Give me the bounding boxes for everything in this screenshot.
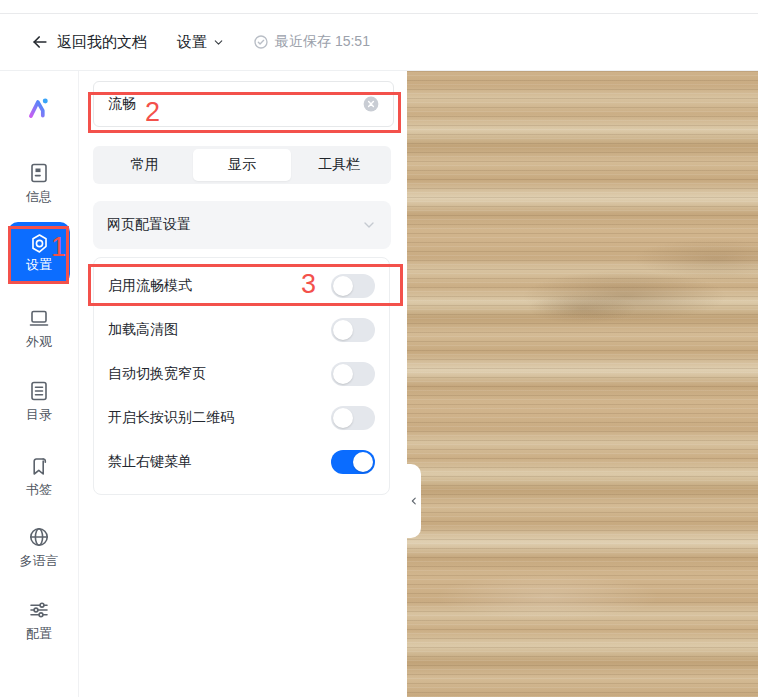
- dropdown-label: 网页配置设置: [107, 216, 191, 234]
- toggle-disable-context-menu[interactable]: [331, 450, 375, 474]
- setting-label: 启用流畅模式: [108, 277, 192, 295]
- list-icon: [27, 379, 51, 403]
- document-canvas: [407, 71, 758, 697]
- tab-common[interactable]: 常用: [96, 149, 193, 181]
- check-circle-icon: [253, 34, 269, 50]
- setting-row-qr-longpress: 开启长按识别二维码: [108, 396, 375, 440]
- window-top-gap: [0, 0, 758, 13]
- toggle-knob: [333, 276, 353, 296]
- sidebar-item-info[interactable]: 信息: [8, 161, 70, 206]
- toggle-knob: [333, 364, 353, 384]
- sidebar-item-appearance[interactable]: 外观: [8, 306, 70, 351]
- setting-row-smooth-mode: 启用流畅模式: [108, 264, 375, 308]
- globe-icon: [27, 525, 51, 549]
- setting-row-auto-page-width: 自动切换宽窄页: [108, 352, 375, 396]
- toggle-smooth-mode[interactable]: [331, 274, 375, 298]
- toggle-hd-images[interactable]: [331, 318, 375, 342]
- sidebar-item-label: 目录: [26, 406, 52, 424]
- sidebar-item-label: 信息: [26, 188, 52, 206]
- main-area: 信息 设置 外观 目录 书签: [0, 71, 758, 697]
- toggle-knob: [333, 408, 353, 428]
- save-status: 最近保存 15:51: [253, 33, 370, 51]
- tab-bar: 常用 显示 工具栏: [93, 146, 391, 184]
- setting-label: 禁止右键菜单: [108, 453, 192, 471]
- search-input[interactable]: [108, 96, 363, 112]
- setting-row-hd-images: 加载高清图: [108, 308, 375, 352]
- chevron-down-icon: [361, 217, 377, 233]
- app-logo-icon: [25, 95, 53, 125]
- clear-search-icon[interactable]: [363, 96, 379, 112]
- toggle-auto-page-width[interactable]: [331, 362, 375, 386]
- doc-title-dropdown[interactable]: 设置: [177, 33, 225, 52]
- arrow-left-icon: [30, 32, 50, 52]
- save-status-label: 最近保存 15:51: [275, 33, 370, 51]
- sidebar-item-language[interactable]: 多语言: [8, 525, 70, 570]
- setting-label: 自动切换宽窄页: [108, 365, 206, 383]
- back-button[interactable]: 返回我的文档: [30, 32, 147, 52]
- tab-toolbar[interactable]: 工具栏: [291, 149, 388, 181]
- sidebar-item-label: 多语言: [20, 552, 59, 570]
- setting-label: 开启长按识别二维码: [108, 409, 234, 427]
- sidebar-item-label: 配置: [26, 625, 52, 643]
- sidebar-item-bookmark[interactable]: 书签: [8, 454, 70, 499]
- settings-panel: 常用 显示 工具栏 网页配置设置 启用流畅模式 加载高清图 自动切换宽窄页: [79, 71, 407, 697]
- sidebar-item-toc[interactable]: 目录: [8, 379, 70, 424]
- sidebar-item-label: 书签: [26, 481, 52, 499]
- search-box: [93, 81, 394, 127]
- top-bar: 返回我的文档 设置 最近保存 15:51: [0, 13, 758, 71]
- monitor-icon: [27, 306, 51, 330]
- tab-display[interactable]: 显示: [193, 149, 290, 181]
- wood-texture-image: [407, 71, 758, 697]
- sidebar-item-config[interactable]: 配置: [8, 598, 70, 643]
- sidebar-item-label: 设置: [26, 256, 52, 274]
- sidebar-item-settings[interactable]: 设置: [8, 222, 70, 284]
- chevron-down-icon: [212, 36, 225, 49]
- chevron-left-icon: [409, 495, 419, 507]
- sidebar: 信息 设置 外观 目录 书签: [0, 71, 79, 697]
- toggle-qr-longpress[interactable]: [331, 406, 375, 430]
- sidebar-item-label: 外观: [26, 333, 52, 351]
- sliders-icon: [27, 598, 51, 622]
- toggle-knob: [333, 320, 353, 340]
- settings-card: 启用流畅模式 加载高清图 自动切换宽窄页 开启长按识别二维码 禁止右键菜单: [93, 257, 390, 495]
- collapse-panel-handle[interactable]: [407, 464, 421, 538]
- gear-icon: [28, 232, 51, 255]
- toggle-knob: [353, 452, 373, 472]
- setting-row-disable-context-menu: 禁止右键菜单: [108, 440, 375, 484]
- setting-label: 加载高清图: [108, 321, 178, 339]
- back-label: 返回我的文档: [57, 33, 147, 52]
- config-section-dropdown[interactable]: 网页配置设置: [93, 201, 391, 249]
- bookmark-icon: [27, 454, 51, 478]
- info-icon: [27, 161, 51, 185]
- doc-title-label: 设置: [177, 33, 207, 52]
